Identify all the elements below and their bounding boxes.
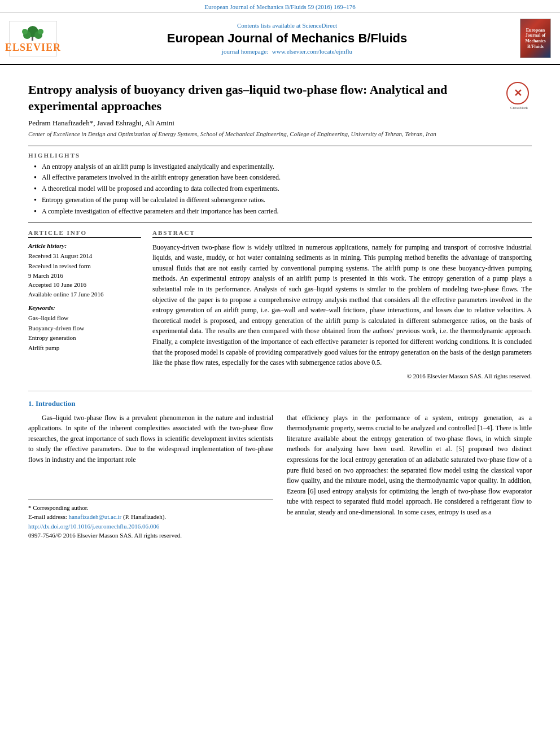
paper-body: Entropy analysis of buoyancy driven gas–… [0,65,560,552]
email-suffix: (P. Hanafizadeh). [121,513,166,520]
highlight-item: A complete investigation of effective pa… [34,207,532,216]
intro-left-content: Gas–liquid two-phase flow is a prevalent… [28,414,273,464]
intro-right-text: that efficiency plays in the performance… [287,413,532,518]
intro-two-col: 1. Introduction Gas–liquid two-phase flo… [28,399,532,540]
copyright-line: © 2016 Elsevier Masson SAS. All rights r… [152,373,532,379]
keyword-2: Buoyancy-driven flow [28,324,141,334]
elsevier-brand-label: ELSEVIER [5,42,61,54]
doi-line: http://dx.doi.org/10.1016/j.euromechflu.… [28,522,273,531]
email-link[interactable]: hanafizadeh@ut.ac.ir [68,513,121,520]
top-bar: European Journal of Mechanics B/Fluids 5… [0,0,560,13]
intro-section: 1. Introduction Gas–liquid two-phase flo… [28,391,532,540]
authors-line: Pedram Hanafizadeh*, Javad Eshraghi, Ali… [28,119,532,128]
received-date: Received 31 August 2014 [28,251,141,261]
footnote-area: * Corresponding author. E-mail address: … [28,499,273,540]
journal-center-header: Contents lists available at ScienceDirec… [60,22,514,55]
homepage-text: journal homepage: [222,48,268,55]
contents-line: Contents lists available at ScienceDirec… [60,22,514,29]
keyword-3: Entropy generation [28,333,141,343]
accepted-date: Accepted 10 June 2016 [28,280,141,290]
journal-cover: European Journal ofMechanicsB/Fluids [520,19,551,58]
journal-header: ELSEVIER Contents lists available at Sci… [0,13,560,65]
svg-point-4 [22,29,28,34]
crossmark-icon: ✕ [514,87,522,99]
keyword-1: Gas–liquid flow [28,313,141,324]
sciencedirect-link[interactable]: ScienceDirect [302,22,337,29]
highlight-item: All effective parameters involved in the… [34,173,532,182]
elsevier-logo: ELSEVIER [9,21,60,56]
authors-text: Pedram Hanafizadeh*, Javad Eshraghi, Ali… [28,119,174,127]
intro-right-col: that efficiency plays in the performance… [287,399,532,540]
contents-text: Contents lists available at [237,22,301,29]
keywords-title: Keywords: [28,304,141,311]
footnote-corresponding: * Corresponding author. [28,503,273,513]
crossmark-label: CrossMark [506,106,532,110]
issn-line: 0997-7546/© 2016 Elsevier Masson SAS. Al… [28,531,273,540]
article-info-column: ARTICLE INFO Article history: Received 3… [28,229,141,379]
intro-left-col: 1. Introduction Gas–liquid two-phase flo… [28,399,273,540]
highlight-item: A theoretical model will be proposed and… [34,184,532,194]
highlights-title: HIGHLIGHTS [28,152,532,159]
article-abstract-columns: ARTICLE INFO Article history: Received 3… [28,229,532,379]
highlights-section: HIGHLIGHTS An entropy analysis of an air… [28,152,532,216]
highlight-item: Entropy generation of the pump will be c… [34,195,532,205]
journal-ref: European Journal of Mechanics B/Fluids 5… [204,3,355,10]
svg-point-5 [38,29,43,34]
crossmark-badge: ✕ CrossMark [506,82,532,107]
intro-section-heading: 1. Introduction [28,399,273,408]
abstract-column: ABSTRACT Buoyancy-driven two-phase flow … [152,229,532,379]
homepage-link[interactable]: www.elsevier.com/locate/ejmflu [272,48,352,55]
article-history-title: Article history: [28,242,141,249]
journal-title-main: European Journal of Mechanics B/Fluids [60,31,514,46]
intro-left-text: Gas–liquid two-phase flow is a prevalent… [28,413,273,465]
revised-date: Received in revised formReceived in revi… [28,261,141,280]
doi-link[interactable]: http://dx.doi.org/10.1016/j.euromechflu.… [28,523,159,530]
footnote-email-line: E-mail address: hanafizadeh@ut.ac.ir (P.… [28,512,273,522]
divider-2 [28,222,532,222]
email-label: E-mail address: [28,513,67,520]
available-date: Available online 17 June 2016 [28,290,141,299]
abstract-label: ABSTRACT [152,229,532,238]
elsevier-tree-icon [19,24,47,42]
journal-homepage-line: journal homepage: www.elsevier.com/locat… [60,48,514,55]
article-info-label: ARTICLE INFO [28,229,141,238]
keyword-4: Airlift pump [28,343,141,353]
cover-label: European Journal ofMechanicsB/Fluids [522,28,549,49]
highlights-list: An entropy analysis of an airlift pump i… [34,162,532,216]
divider-1 [28,146,532,146]
intro-right-content: that efficiency plays in the performance… [287,414,532,516]
highlight-item: An entropy analysis of an airlift pump i… [34,162,532,172]
paper-title: Entropy analysis of buoyancy driven gas–… [28,82,532,114]
affiliation-line: Center of Excellence in Design and Optim… [28,130,532,138]
title-area: Entropy analysis of buoyancy driven gas–… [28,82,532,114]
abstract-text: Buoyancy-driven two-phase flow is widely… [152,242,532,368]
